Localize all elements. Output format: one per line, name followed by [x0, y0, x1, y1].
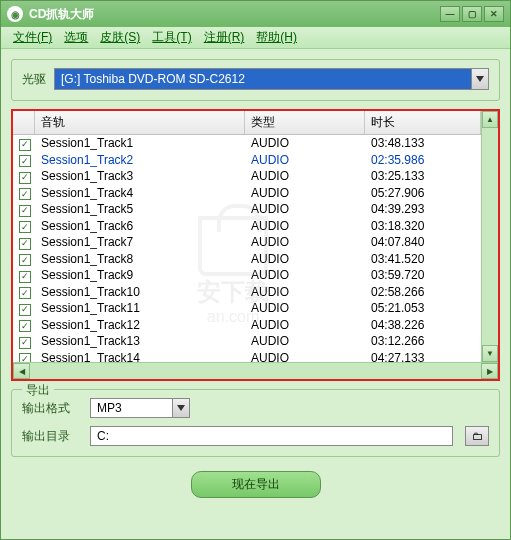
vertical-scrollbar[interactable]: ▲ ▼ — [481, 111, 498, 362]
row-checkbox[interactable]: ✓ — [19, 320, 31, 332]
table-row[interactable]: ✓Session1_Track1AUDIO03:48.133 — [13, 135, 481, 152]
dir-input[interactable]: C: — [90, 426, 453, 446]
row-checkbox[interactable]: ✓ — [19, 337, 31, 349]
table-body: 安下载 an.com ✓Session1_Track1AUDIO03:48.13… — [13, 135, 481, 362]
scroll-up-button[interactable]: ▲ — [482, 111, 498, 128]
cell-type: AUDIO — [245, 136, 365, 150]
row-checkbox[interactable]: ✓ — [19, 139, 31, 151]
cell-duration: 03:18.320 — [365, 219, 481, 233]
drive-select[interactable]: [G:] Toshiba DVD-ROM SD-C2612 — [54, 68, 489, 90]
cell-name: Session1_Track4 — [35, 186, 245, 200]
table-row[interactable]: ✓Session1_Track11AUDIO05:21.053 — [13, 300, 481, 317]
cell-name: Session1_Track9 — [35, 268, 245, 282]
cell-duration: 03:25.133 — [365, 169, 481, 183]
table-row[interactable]: ✓Session1_Track5AUDIO04:39.293 — [13, 201, 481, 218]
minimize-button[interactable]: — — [440, 6, 460, 22]
browse-button[interactable]: 🗀 — [465, 426, 489, 446]
cell-duration: 02:58.266 — [365, 285, 481, 299]
table-row[interactable]: ✓Session1_Track12AUDIO04:38.226 — [13, 317, 481, 334]
cell-type: AUDIO — [245, 268, 365, 282]
cell-type: AUDIO — [245, 153, 365, 167]
folder-icon: 🗀 — [472, 430, 483, 442]
cell-type: AUDIO — [245, 202, 365, 216]
cell-name: Session1_Track3 — [35, 169, 245, 183]
cell-type: AUDIO — [245, 334, 365, 348]
row-checkbox[interactable]: ✓ — [19, 155, 31, 167]
cell-name: Session1_Track13 — [35, 334, 245, 348]
row-checkbox[interactable]: ✓ — [19, 205, 31, 217]
row-checkbox[interactable]: ✓ — [19, 254, 31, 266]
drive-dropdown-button[interactable] — [471, 68, 489, 90]
menu-skin[interactable]: 皮肤(S) — [96, 27, 144, 48]
cell-name: Session1_Track7 — [35, 235, 245, 249]
format-label: 输出格式 — [22, 400, 78, 417]
maximize-button[interactable]: ▢ — [462, 6, 482, 22]
format-value: MP3 — [90, 398, 172, 418]
app-icon: ◉ — [7, 6, 23, 22]
export-legend: 导出 — [22, 382, 54, 399]
col-checkbox[interactable] — [13, 111, 35, 134]
cell-duration: 04:39.293 — [365, 202, 481, 216]
scroll-right-button[interactable]: ▶ — [481, 363, 498, 379]
col-duration[interactable]: 时长 — [365, 111, 481, 134]
row-checkbox[interactable]: ✓ — [19, 304, 31, 316]
cell-name: Session1_Track10 — [35, 285, 245, 299]
row-checkbox[interactable]: ✓ — [19, 172, 31, 184]
row-checkbox[interactable]: ✓ — [19, 188, 31, 200]
row-checkbox[interactable]: ✓ — [19, 238, 31, 250]
cell-duration: 03:41.520 — [365, 252, 481, 266]
content-area: 光驱 [G:] Toshiba DVD-ROM SD-C2612 音轨 类型 时… — [1, 49, 510, 539]
table-row[interactable]: ✓Session1_Track14AUDIO04:27.133 — [13, 350, 481, 363]
cell-name: Session1_Track12 — [35, 318, 245, 332]
table-header: 音轨 类型 时长 — [13, 111, 481, 135]
menu-help[interactable]: 帮助(H) — [252, 27, 301, 48]
row-checkbox[interactable]: ✓ — [19, 271, 31, 283]
close-button[interactable]: ✕ — [484, 6, 504, 22]
menu-register[interactable]: 注册(R) — [200, 27, 249, 48]
app-window: ◉ CD抓轨大师 — ▢ ✕ 文件(F) 选项 皮肤(S) 工具(T) 注册(R… — [0, 0, 511, 540]
cell-type: AUDIO — [245, 301, 365, 315]
table-row[interactable]: ✓Session1_Track2AUDIO02:35.986 — [13, 152, 481, 169]
cell-duration: 05:27.906 — [365, 186, 481, 200]
cell-duration: 03:48.133 — [365, 136, 481, 150]
table-row[interactable]: ✓Session1_Track13AUDIO03:12.266 — [13, 333, 481, 350]
row-checkbox[interactable]: ✓ — [19, 221, 31, 233]
menu-options[interactable]: 选项 — [60, 27, 92, 48]
titlebar[interactable]: ◉ CD抓轨大师 — ▢ ✕ — [1, 1, 510, 27]
scroll-down-button[interactable]: ▼ — [482, 345, 498, 362]
chevron-down-icon — [177, 405, 185, 411]
cell-name: Session1_Track2 — [35, 153, 245, 167]
cell-name: Session1_Track11 — [35, 301, 245, 315]
scroll-track[interactable] — [482, 128, 498, 345]
table-row[interactable]: ✓Session1_Track3AUDIO03:25.133 — [13, 168, 481, 185]
format-dropdown-button[interactable] — [172, 398, 190, 418]
table-row[interactable]: ✓Session1_Track10AUDIO02:58.266 — [13, 284, 481, 301]
menu-file[interactable]: 文件(F) — [9, 27, 56, 48]
table-row[interactable]: ✓Session1_Track7AUDIO04:07.840 — [13, 234, 481, 251]
table-row[interactable]: ✓Session1_Track9AUDIO03:59.720 — [13, 267, 481, 284]
scroll-left-button[interactable]: ◀ — [13, 363, 30, 379]
horizontal-scrollbar[interactable]: ◀ ▶ — [13, 362, 498, 379]
row-checkbox[interactable]: ✓ — [19, 353, 31, 362]
menu-tools[interactable]: 工具(T) — [148, 27, 195, 48]
cell-type: AUDIO — [245, 186, 365, 200]
col-type[interactable]: 类型 — [245, 111, 365, 134]
cell-duration: 04:07.840 — [365, 235, 481, 249]
cell-type: AUDIO — [245, 285, 365, 299]
table-row[interactable]: ✓Session1_Track4AUDIO05:27.906 — [13, 185, 481, 202]
window-title: CD抓轨大师 — [29, 6, 440, 23]
row-checkbox[interactable]: ✓ — [19, 287, 31, 299]
export-button[interactable]: 现在导出 — [191, 471, 321, 498]
drive-value: [G:] Toshiba DVD-ROM SD-C2612 — [54, 68, 471, 90]
cell-name: Session1_Track14 — [35, 351, 245, 362]
cell-name: Session1_Track8 — [35, 252, 245, 266]
cell-duration: 03:12.266 — [365, 334, 481, 348]
cell-name: Session1_Track5 — [35, 202, 245, 216]
hscroll-track[interactable] — [30, 363, 481, 379]
format-select[interactable]: MP3 — [90, 398, 190, 418]
table-row[interactable]: ✓Session1_Track6AUDIO03:18.320 — [13, 218, 481, 235]
cell-duration: 04:38.226 — [365, 318, 481, 332]
cell-type: AUDIO — [245, 219, 365, 233]
table-row[interactable]: ✓Session1_Track8AUDIO03:41.520 — [13, 251, 481, 268]
col-track[interactable]: 音轨 — [35, 111, 245, 134]
